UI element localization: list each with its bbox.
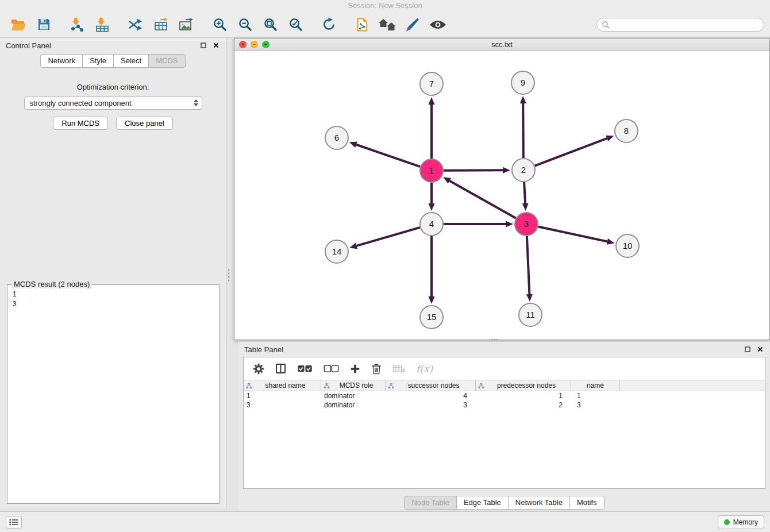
import-network-button[interactable] — [64, 14, 90, 35]
graph-node-9[interactable]: 9 — [511, 71, 534, 94]
mcds-result-list[interactable]: 1 3 — [7, 285, 219, 314]
graph-edge-1-6[interactable] — [356, 145, 420, 167]
cell-predecessor-nodes[interactable]: 2 — [476, 401, 571, 409]
columns-icon[interactable] — [275, 363, 286, 374]
delete-row-icon[interactable] — [371, 363, 382, 375]
tab-mcds[interactable]: MCDS — [148, 54, 185, 68]
cell-mcds-role[interactable]: dominator — [321, 401, 386, 409]
tab-node-table[interactable]: Node Table — [404, 496, 457, 510]
close-panel-button[interactable]: Close panel — [116, 117, 173, 130]
close-panel-icon[interactable] — [212, 41, 220, 49]
show-hide-button[interactable] — [425, 14, 451, 35]
float-panel-icon[interactable] — [744, 345, 752, 353]
graph-node-2[interactable]: 2 — [512, 159, 535, 182]
column-type-icon — [478, 383, 484, 389]
export-image-button[interactable] — [174, 14, 199, 35]
graph-edge-3-1[interactable] — [449, 181, 515, 218]
export-document-button[interactable] — [349, 14, 375, 35]
graph-node-7[interactable]: 7 — [420, 72, 443, 95]
graph-edge-1-2[interactable] — [444, 170, 503, 171]
graph-edge-4-14[interactable] — [357, 228, 420, 246]
graph-node-label: 3 — [524, 219, 529, 229]
graph-node-1[interactable]: 1 — [420, 159, 443, 182]
column-header-successor-nodes[interactable]: successor nodes — [386, 380, 476, 391]
tab-edge-table[interactable]: Edge Table — [456, 496, 509, 510]
graph-edge-3-11[interactable] — [527, 236, 529, 294]
cell-name[interactable]: 1 — [571, 392, 620, 400]
graph-edge-3-10[interactable] — [538, 226, 607, 241]
select-all-rows-icon[interactable] — [297, 364, 313, 373]
vertical-splitter[interactable] — [227, 38, 234, 508]
search-box[interactable] — [596, 18, 764, 32]
zoom-selected-button[interactable] — [283, 14, 308, 35]
graph-edge-2-9[interactable] — [523, 103, 523, 158]
memory-button[interactable]: Memory — [718, 515, 764, 529]
zoom-fit-button[interactable] — [257, 14, 283, 35]
export-table-button[interactable] — [148, 14, 174, 35]
column-header-mcds-role[interactable]: MCDS role — [321, 380, 386, 391]
graph-edge-arrow-3-11 — [526, 294, 533, 302]
graph-node-3[interactable]: 3 — [515, 213, 538, 236]
window-close-button[interactable] — [239, 41, 247, 48]
close-panel-icon[interactable] — [756, 345, 764, 353]
cell-mcds-role[interactable]: dominator — [321, 392, 386, 400]
run-mcds-button[interactable]: Run MCDS — [53, 117, 108, 130]
column-label: shared name — [252, 381, 318, 390]
tab-select[interactable]: Select — [113, 54, 149, 68]
show-panel-button[interactable] — [6, 516, 22, 529]
cell-name[interactable]: 3 — [571, 401, 620, 409]
graph-node-11[interactable]: 11 — [519, 303, 542, 326]
graph-edge-2-3[interactable] — [524, 182, 525, 203]
column-header-predecessor-nodes[interactable]: predecessor nodes — [476, 380, 571, 391]
zoom-in-button[interactable] — [207, 14, 232, 35]
criterion-dropdown[interactable]: strongly connected component — [24, 97, 202, 110]
graph-node-6[interactable]: 6 — [325, 126, 348, 149]
criterion-dropdown-value: strongly connected component — [30, 99, 132, 107]
window-minimize-button[interactable] — [251, 41, 258, 48]
float-panel-icon[interactable] — [199, 41, 207, 49]
cell-successor-nodes[interactable]: 3 — [386, 401, 476, 409]
cell-shared-name[interactable]: 1 — [244, 392, 321, 400]
table-row[interactable]: 3 dominator 3 2 3 — [244, 400, 765, 410]
graph-node-4[interactable]: 4 — [420, 213, 443, 236]
save-session-button[interactable] — [31, 14, 56, 35]
graph-node-label: 11 — [526, 310, 535, 319]
column-header-name[interactable]: name — [571, 380, 620, 391]
column-header-shared-name[interactable]: shared name — [244, 380, 321, 391]
open-file-button[interactable] — [6, 14, 31, 35]
graph-edge-arrow-3-10 — [607, 238, 615, 245]
network-canvas[interactable]: 7968124314101511 — [234, 51, 769, 339]
network-analyzer-button[interactable] — [375, 14, 400, 35]
list-icon — [9, 519, 18, 526]
style-button[interactable] — [400, 14, 425, 35]
add-row-icon[interactable] — [350, 364, 360, 374]
graph-node-8[interactable]: 8 — [615, 119, 638, 142]
search-input[interactable] — [610, 21, 759, 29]
tab-motifs[interactable]: Motifs — [569, 496, 605, 510]
graph-node-10[interactable]: 10 — [616, 234, 639, 257]
clone-network-button[interactable] — [123, 14, 148, 35]
eye-icon — [429, 19, 446, 30]
graph-edge-2-8[interactable] — [535, 138, 607, 166]
splitter-handle[interactable] — [490, 338, 498, 341]
network-window-titlebar[interactable]: scc.txt — [234, 38, 769, 51]
table-row[interactable]: 1 dominator 4 1 1 — [244, 391, 765, 400]
cell-shared-name[interactable]: 3 — [244, 401, 321, 409]
apply-layout-button[interactable] — [316, 14, 341, 35]
deselect-all-rows-icon[interactable] — [324, 364, 339, 373]
zoom-out-button[interactable] — [232, 14, 257, 35]
window-zoom-button[interactable] — [262, 41, 270, 48]
graph-node-14[interactable]: 14 — [325, 240, 348, 263]
import-table-button[interactable] — [90, 14, 115, 35]
splitter-handle[interactable] — [226, 265, 231, 286]
tab-network-table[interactable]: Network Table — [508, 496, 570, 510]
tab-style[interactable]: Style — [82, 54, 114, 68]
function-builder-icon: f(x) — [416, 363, 433, 375]
cell-predecessor-nodes[interactable]: 1 — [476, 392, 571, 400]
graph-edge-arrow-1-7 — [429, 97, 435, 105]
tab-network[interactable]: Network — [40, 54, 83, 68]
graph-edge-arrow-1-2 — [503, 167, 510, 174]
gear-icon[interactable] — [253, 363, 264, 375]
cell-successor-nodes[interactable]: 4 — [386, 392, 476, 400]
graph-node-15[interactable]: 15 — [420, 306, 443, 329]
